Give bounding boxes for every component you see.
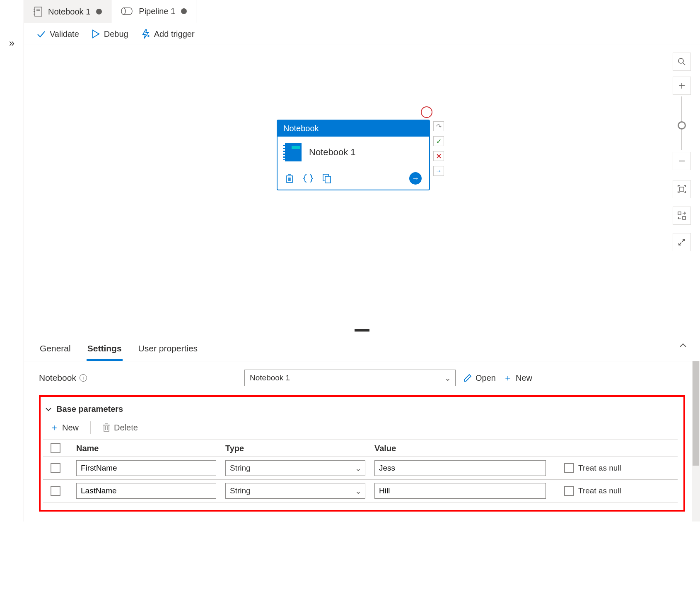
chevron-down-icon: ⌄	[355, 464, 362, 473]
col-type: Type	[225, 444, 374, 453]
new-parameter-button[interactable]: ＋ New	[50, 421, 79, 434]
col-value: Value	[374, 444, 557, 453]
collapse-panel-button[interactable]	[678, 341, 688, 350]
info-icon[interactable]: i	[80, 374, 87, 382]
open-notebook-button[interactable]: Open	[463, 373, 496, 383]
svg-line-29	[682, 239, 685, 242]
validate-button[interactable]: Validate	[36, 29, 79, 39]
tab-user-properties[interactable]: User properties	[138, 339, 199, 361]
debug-label: Debug	[104, 29, 128, 39]
svg-rect-30	[104, 425, 109, 431]
on-fail-handle[interactable]: ✕	[433, 151, 444, 161]
unsaved-dot-icon	[96, 9, 102, 14]
zoom-slider[interactable]	[681, 96, 682, 150]
pipeline-toolbar: Validate Debug Add trigger	[24, 23, 700, 45]
param-type-select[interactable]: String⌄	[225, 483, 365, 499]
copy-activity-button[interactable]	[322, 173, 331, 183]
select-all-checkbox[interactable]	[51, 443, 60, 453]
col-name: Name	[76, 444, 225, 453]
notebook-activity-node[interactable]: Notebook Notebook 1	[277, 120, 430, 190]
chevron-down-icon	[45, 406, 52, 413]
pipeline-icon	[121, 7, 133, 15]
fit-to-screen-button[interactable]	[673, 180, 691, 198]
svg-point-18	[678, 58, 683, 63]
parameters-table: Name Type Value String⌄ Treat as null	[43, 440, 678, 502]
pipeline-canvas[interactable]: Notebook Notebook 1	[24, 45, 700, 335]
zoom-slider-thumb[interactable]	[678, 121, 686, 130]
svg-point-6	[121, 8, 126, 14]
svg-rect-23	[680, 187, 684, 191]
divider	[90, 421, 91, 434]
new-notebook-button[interactable]: ＋ New	[503, 372, 532, 384]
tab-label: Pipeline 1	[139, 7, 175, 16]
auto-layout-button[interactable]	[673, 207, 691, 225]
scrollbar-thumb[interactable]	[693, 361, 699, 466]
activity-output-handles: ↷ ✓ ✕ →	[433, 121, 444, 176]
treat-as-null-checkbox[interactable]	[564, 486, 574, 496]
treat-as-null-checkbox[interactable]	[564, 463, 574, 473]
delete-parameter-button[interactable]: Delete	[102, 423, 138, 433]
plus-icon: ＋	[50, 421, 59, 434]
svg-marker-7	[93, 30, 99, 38]
base-parameters-highlight: Base parameters ＋ New Delete	[39, 395, 685, 512]
notebook-select[interactable]: Notebook 1 ⌄	[244, 370, 456, 386]
table-row: String⌄ Treat as null	[43, 480, 678, 502]
trash-icon	[102, 423, 111, 432]
panel-scrollbar[interactable]	[692, 361, 700, 521]
validation-marker-icon	[421, 106, 432, 118]
notebook-icon	[285, 143, 302, 161]
tab-pipeline-1[interactable]: Pipeline 1	[111, 0, 196, 23]
svg-line-19	[683, 63, 685, 65]
debug-button[interactable]: Debug	[92, 29, 128, 39]
fullscreen-button[interactable]	[673, 233, 691, 251]
on-success-handle[interactable]: ✓	[433, 136, 444, 146]
pencil-icon	[463, 373, 472, 382]
chevron-down-icon: ⌄	[355, 486, 362, 496]
play-icon	[92, 29, 100, 38]
validate-label: Validate	[50, 29, 79, 39]
tab-general[interactable]: General	[39, 339, 72, 361]
param-value-input[interactable]	[374, 460, 546, 476]
param-type-select[interactable]: String⌄	[225, 460, 365, 476]
notebook-select-value: Notebook 1	[250, 373, 290, 382]
table-row: String⌄ Treat as null	[43, 457, 678, 480]
svg-rect-0	[35, 7, 42, 16]
run-activity-button[interactable]: →	[409, 172, 422, 185]
param-name-input[interactable]	[76, 483, 216, 499]
add-trigger-button[interactable]: Add trigger	[141, 29, 195, 39]
search-canvas-button[interactable]	[673, 53, 691, 71]
code-braces-button[interactable]	[303, 173, 313, 183]
lightning-icon	[141, 29, 150, 39]
tab-settings[interactable]: Settings	[87, 339, 123, 361]
svg-rect-24	[678, 212, 681, 215]
param-value-input[interactable]	[374, 483, 546, 499]
check-icon	[36, 29, 46, 38]
notebook-field-label: Notebook i	[39, 373, 118, 383]
add-trigger-label: Add trigger	[154, 29, 195, 39]
zoom-in-button[interactable]	[673, 77, 691, 95]
tab-filler	[196, 0, 700, 23]
chevron-down-icon: ⌄	[444, 373, 451, 383]
tab-notebook-1[interactable]: Notebook 1	[24, 0, 111, 23]
notebook-icon	[33, 7, 42, 17]
tab-label: Notebook 1	[48, 7, 90, 17]
zoom-out-button[interactable]	[673, 152, 691, 170]
on-completion-handle[interactable]: →	[433, 166, 444, 176]
base-parameters-toggle[interactable]: Base parameters	[45, 404, 678, 414]
delete-activity-button[interactable]	[285, 173, 294, 183]
activity-type-label: Notebook	[278, 120, 429, 137]
param-name-input[interactable]	[76, 460, 216, 476]
unsaved-dot-icon	[181, 8, 187, 14]
plus-icon: ＋	[503, 372, 512, 384]
properties-panel: General Settings User properties Noteboo…	[24, 335, 700, 521]
row-checkbox[interactable]	[51, 486, 60, 496]
canvas-tools	[673, 53, 691, 251]
editor-tabs: Notebook 1 Pipeline 1	[24, 0, 700, 23]
on-skip-handle[interactable]: ↷	[433, 121, 444, 131]
svg-rect-25	[683, 216, 686, 219]
sidebar-expand-toggle[interactable]: »	[0, 0, 24, 521]
svg-rect-17	[325, 176, 331, 183]
svg-line-28	[679, 243, 681, 245]
row-checkbox[interactable]	[51, 463, 60, 473]
panel-resize-handle[interactable]	[355, 329, 369, 332]
